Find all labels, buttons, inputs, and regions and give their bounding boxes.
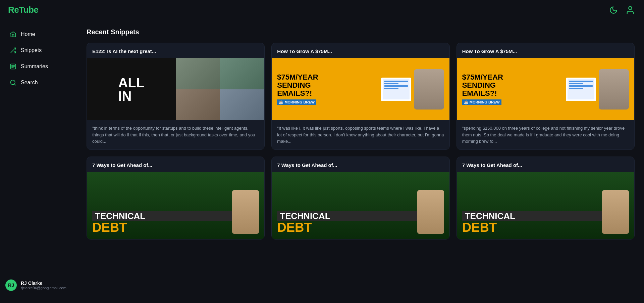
user-icon (626, 5, 635, 15)
face-3 (176, 89, 220, 121)
face-grid (176, 58, 265, 120)
section-title: Recent Snippets (87, 28, 635, 36)
card-title-3: How To Grow A $75M... (457, 43, 634, 58)
sidebar-item-search[interactable]: Search (4, 75, 73, 90)
snippet-card-5[interactable]: 7 Ways to Get Ahead of... TECHNICAL DEBT (271, 157, 449, 240)
tech-debt-face-1 (232, 190, 259, 234)
dark-mode-toggle[interactable] (608, 4, 619, 16)
snippet-card-6[interactable]: 7 Ways to Get Ahead of... TECHNICAL DEBT (457, 157, 635, 240)
snippet-card-4[interactable]: 7 Ways to Get Ahead of... TECHNICAL DEBT (87, 157, 265, 240)
brew-face-1 (414, 69, 444, 110)
face-4 (220, 89, 264, 121)
sidebar-item-snippets-label: Snippets (21, 47, 42, 53)
sidebar-item-snippets[interactable]: Snippets (4, 43, 73, 58)
logo-tube: Tube (19, 5, 38, 15)
card-excerpt-2: "It was like I, it was like just sports,… (272, 120, 449, 149)
svg-point-0 (629, 6, 632, 9)
user-details: RJ Clarke rjclarke94@googlemail.com (21, 280, 66, 290)
snippet-card-2[interactable]: How To Grow A $75M... $75M/YEARSENDINGEM… (271, 43, 449, 150)
card-thumbnail-3: $75M/YEARSENDINGEMAILS?! ☕ MORNING BREW (457, 58, 634, 120)
header-icons (608, 4, 636, 16)
avatar-initials: RJ (8, 283, 14, 288)
sidebar-item-search-label: Search (21, 80, 38, 86)
snippet-card-3[interactable]: How To Grow A $75M... $75M/YEARSENDINGEM… (457, 43, 635, 150)
card-thumbnail-6: TECHNICAL DEBT (457, 172, 634, 239)
card-title-4: 7 Ways to Get Ahead of... (87, 157, 264, 172)
card-excerpt-3: "spending $150,000 on three years of col… (457, 120, 634, 149)
tech-debt-face-3 (602, 190, 629, 234)
user-menu-button[interactable] (625, 4, 636, 16)
card-thumbnail-2: $75M/YEARSENDINGEMAILS?! ☕ MORNING BREW (272, 58, 449, 120)
main-layout: Home Snippets (0, 20, 644, 303)
search-icon (9, 79, 17, 86)
card-title-2: How To Grow A $75M... (272, 43, 449, 58)
sidebar-item-summaries-label: Summaries (21, 63, 48, 70)
snippets-icon (9, 47, 17, 54)
brew-face-2 (599, 69, 629, 110)
summaries-icon (9, 63, 17, 70)
card-thumbnail-1: ALLIN (87, 58, 264, 120)
sidebar-item-home[interactable]: Home (4, 27, 73, 42)
logo-re: Re (8, 5, 19, 15)
face-2 (220, 58, 264, 89)
moon-icon (609, 6, 618, 14)
svg-line-8 (14, 84, 16, 85)
app-logo[interactable]: ReTube (8, 5, 38, 15)
header: ReTube (0, 0, 644, 20)
face-1 (176, 58, 220, 89)
sidebar-user-info[interactable]: RJ RJ Clarke rjclarke94@googlemail.com (0, 274, 77, 296)
cards-grid: E122: Is AI the next great... ALLIN (87, 43, 635, 240)
sidebar-item-home-label: Home (21, 31, 35, 37)
sidebar: Home Snippets (0, 20, 77, 303)
snippet-card-1[interactable]: E122: Is AI the next great... ALLIN (87, 43, 265, 150)
card-title-1: E122: Is AI the next great... (87, 43, 264, 58)
avatar: RJ (5, 279, 17, 291)
card-excerpt-1: "think in terms of the opportunity for s… (87, 120, 264, 149)
nav-menu: Home Snippets (0, 27, 77, 274)
allin-text-block: ALLIN (87, 58, 176, 120)
home-icon (9, 31, 17, 38)
card-title-5: 7 Ways to Get Ahead of... (272, 157, 449, 172)
user-email: rjclarke94@googlemail.com (21, 286, 66, 290)
main-content: Recent Snippets E122: Is AI the next gre… (77, 20, 644, 303)
tech-debt-face-2 (417, 190, 444, 234)
card-thumbnail-4: TECHNICAL DEBT (87, 172, 264, 239)
sidebar-item-summaries[interactable]: Summaries (4, 59, 73, 74)
card-title-6: 7 Ways to Get Ahead of... (457, 157, 634, 172)
card-thumbnail-5: TECHNICAL DEBT (272, 172, 449, 239)
user-name: RJ Clarke (21, 280, 66, 286)
